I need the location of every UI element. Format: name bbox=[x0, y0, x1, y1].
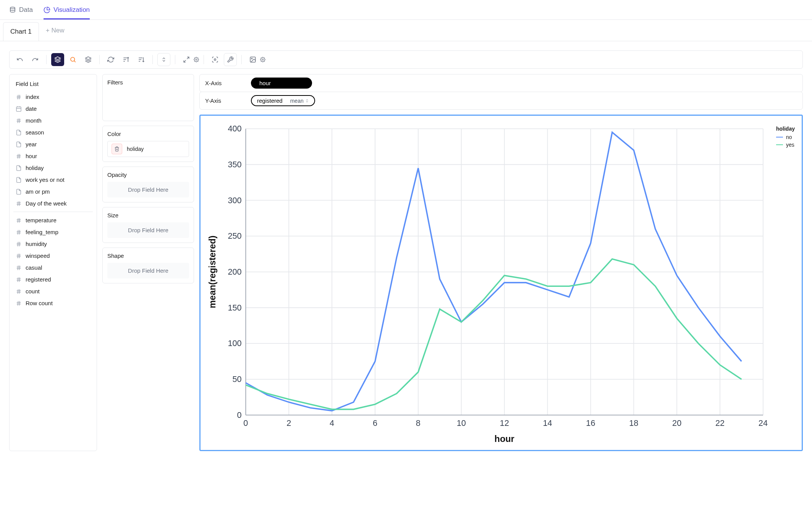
wrench-button[interactable] bbox=[224, 53, 237, 66]
chart-tab-1[interactable]: Chart 1 bbox=[3, 22, 39, 41]
legend-swatch bbox=[776, 144, 783, 145]
image-settings-icon[interactable] bbox=[260, 57, 265, 62]
shape-dropzone[interactable]: Drop Field Here bbox=[107, 263, 189, 278]
field-item[interactable]: holiday bbox=[13, 162, 93, 174]
x-axis-row: X-Axis hour bbox=[199, 74, 803, 92]
field-item[interactable]: hour bbox=[13, 150, 93, 162]
field-item[interactable]: registered bbox=[13, 273, 93, 285]
field-item[interactable]: Day of the week bbox=[13, 197, 93, 209]
field-item[interactable]: winspeed bbox=[13, 250, 93, 262]
field-label: date bbox=[26, 105, 37, 112]
svg-text:50: 50 bbox=[232, 374, 241, 384]
field-separator bbox=[13, 212, 93, 212]
field-label: work yes or not bbox=[26, 176, 65, 183]
field-item[interactable]: season bbox=[13, 126, 93, 138]
svg-text:16: 16 bbox=[586, 418, 595, 428]
field-item[interactable]: feeling_temp bbox=[13, 226, 93, 238]
field-label: month bbox=[26, 117, 42, 124]
layers-button[interactable] bbox=[82, 53, 95, 66]
refresh-button[interactable] bbox=[104, 53, 117, 66]
expand-settings-icon[interactable] bbox=[194, 57, 199, 62]
hash-icon bbox=[16, 153, 22, 159]
tab-visualization[interactable]: Visualization bbox=[44, 5, 90, 19]
hash-icon bbox=[16, 201, 22, 207]
color-field-pill[interactable]: holiday bbox=[107, 141, 189, 157]
chevron-updown-icon bbox=[305, 99, 309, 103]
redo-button[interactable] bbox=[29, 53, 42, 66]
svg-point-4 bbox=[214, 59, 216, 61]
search-button[interactable] bbox=[66, 53, 79, 66]
toolbar-separator bbox=[204, 55, 204, 64]
svg-line-47 bbox=[19, 265, 19, 270]
field-item[interactable]: casual bbox=[13, 262, 93, 273]
shape-title: Shape bbox=[107, 252, 189, 263]
legend-title: holiday bbox=[776, 126, 795, 132]
sort-desc-button[interactable] bbox=[135, 53, 148, 66]
svg-line-54 bbox=[18, 289, 18, 294]
cube-button[interactable] bbox=[51, 53, 64, 66]
field-item[interactable]: work yes or not bbox=[13, 174, 93, 186]
expand-button[interactable] bbox=[180, 53, 193, 66]
size-dropzone[interactable]: Drop Field Here bbox=[107, 222, 189, 238]
svg-line-31 bbox=[19, 218, 19, 223]
svg-text:8: 8 bbox=[416, 418, 421, 428]
y-axis-field-pill[interactable]: registered mean bbox=[251, 95, 315, 106]
x-axis-field-pill[interactable]: hour bbox=[251, 78, 312, 89]
svg-line-22 bbox=[18, 154, 18, 159]
field-item[interactable]: temperature bbox=[13, 214, 93, 226]
field-label: am or pm bbox=[26, 188, 50, 195]
field-label: Row count bbox=[26, 300, 53, 306]
svg-point-6 bbox=[251, 58, 252, 59]
field-item[interactable]: Row count bbox=[13, 297, 93, 309]
legend: holiday noyes bbox=[770, 122, 798, 446]
field-item[interactable]: month bbox=[13, 115, 93, 126]
svg-line-26 bbox=[18, 201, 18, 206]
field-item[interactable]: index bbox=[13, 91, 93, 103]
toolbar-separator bbox=[99, 55, 100, 64]
y-axis-row: Y-Axis registered mean bbox=[199, 92, 803, 110]
svg-text:300: 300 bbox=[228, 196, 241, 205]
svg-rect-12 bbox=[16, 107, 21, 111]
svg-line-42 bbox=[18, 254, 18, 258]
sort-asc-button[interactable] bbox=[120, 53, 133, 66]
chart-tab-new[interactable]: + New bbox=[39, 21, 71, 40]
opacity-panel: Opacity Drop Field Here bbox=[102, 167, 194, 202]
undo-button[interactable] bbox=[13, 53, 26, 66]
tab-visualization-label: Visualization bbox=[53, 6, 90, 14]
scan-button[interactable] bbox=[209, 53, 222, 66]
svg-line-43 bbox=[19, 254, 19, 258]
svg-point-3 bbox=[196, 59, 197, 60]
hash-icon bbox=[16, 288, 22, 294]
hash-icon bbox=[16, 229, 22, 235]
opacity-dropzone[interactable]: Drop Field Here bbox=[107, 182, 189, 197]
svg-line-35 bbox=[19, 230, 19, 235]
field-label: hour bbox=[26, 153, 37, 159]
y-axis-agg[interactable]: mean bbox=[290, 98, 309, 104]
chart-column: X-Axis hour Y-Axis registered mean 05010… bbox=[199, 74, 803, 451]
field-item[interactable]: am or pm bbox=[13, 186, 93, 197]
axis-toggle-button[interactable] bbox=[157, 53, 170, 66]
hash-icon bbox=[16, 217, 22, 223]
svg-line-18 bbox=[18, 118, 18, 123]
svg-text:10: 10 bbox=[457, 418, 466, 428]
svg-marker-2 bbox=[86, 57, 91, 60]
svg-text:6: 6 bbox=[373, 418, 377, 428]
svg-text:24: 24 bbox=[759, 418, 768, 428]
svg-text:150: 150 bbox=[228, 303, 241, 312]
svg-line-55 bbox=[19, 289, 19, 294]
toolbar-separator bbox=[175, 55, 175, 64]
tab-data[interactable]: Data bbox=[9, 5, 33, 19]
field-list-title: Field List bbox=[13, 79, 93, 91]
color-field-label: holiday bbox=[127, 146, 144, 152]
color-title: Color bbox=[107, 131, 189, 141]
field-item[interactable]: humidity bbox=[13, 238, 93, 250]
hash-icon bbox=[16, 300, 22, 306]
image-button[interactable] bbox=[246, 53, 259, 66]
shape-panel: Shape Drop Field Here bbox=[102, 248, 194, 283]
field-item[interactable]: date bbox=[13, 103, 93, 115]
field-label: year bbox=[26, 141, 37, 147]
field-item[interactable]: year bbox=[13, 138, 93, 150]
filters-dropzone[interactable] bbox=[107, 89, 189, 116]
field-item[interactable]: count bbox=[13, 285, 93, 297]
trash-icon[interactable] bbox=[112, 144, 122, 154]
